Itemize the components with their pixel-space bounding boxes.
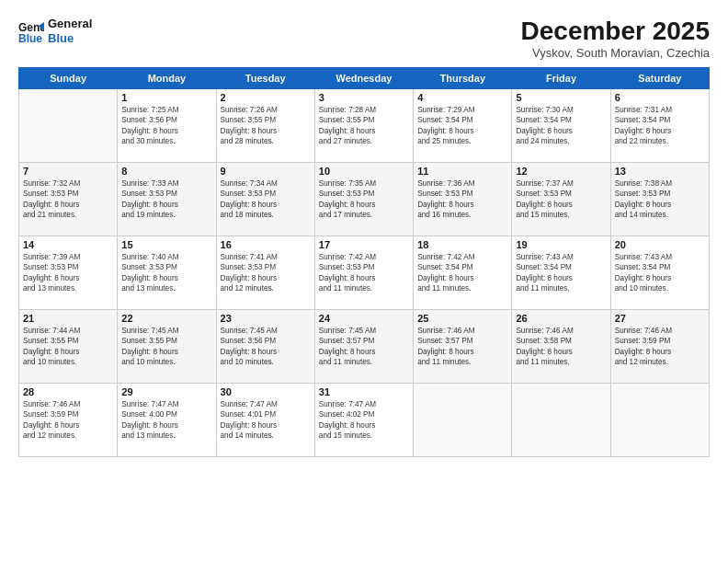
calendar-cell: 9Sunrise: 7:34 AMSunset: 3:53 PMDaylight… xyxy=(216,163,314,236)
day-info: Sunrise: 7:40 AMSunset: 3:53 PMDaylight:… xyxy=(121,252,211,294)
calendar-cell: 24Sunrise: 7:45 AMSunset: 3:57 PMDayligh… xyxy=(314,310,413,384)
day-info: Sunrise: 7:30 AMSunset: 3:54 PMDaylight:… xyxy=(516,105,606,147)
logo-icon: General Blue xyxy=(18,18,44,44)
day-number: 24 xyxy=(319,313,409,324)
day-info: Sunrise: 7:46 AMSunset: 3:58 PMDaylight:… xyxy=(516,326,606,368)
calendar-cell: 20Sunrise: 7:43 AMSunset: 3:54 PMDayligh… xyxy=(610,236,709,310)
month-title: December 2025 xyxy=(521,17,710,46)
calendar-cell: 14Sunrise: 7:39 AMSunset: 3:53 PMDayligh… xyxy=(19,236,118,310)
calendar-cell: 13Sunrise: 7:38 AMSunset: 3:53 PMDayligh… xyxy=(610,163,709,236)
col-saturday: Saturday xyxy=(610,68,709,89)
calendar-cell: 31Sunrise: 7:47 AMSunset: 4:02 PMDayligh… xyxy=(314,384,413,457)
day-info: Sunrise: 7:41 AMSunset: 3:53 PMDaylight:… xyxy=(221,252,311,294)
day-number: 20 xyxy=(615,239,705,250)
calendar-cell: 8Sunrise: 7:33 AMSunset: 3:53 PMDaylight… xyxy=(118,163,216,236)
day-number: 15 xyxy=(121,239,211,250)
calendar-week-4: 21Sunrise: 7:44 AMSunset: 3:55 PMDayligh… xyxy=(19,310,710,384)
logo: General Blue General Blue xyxy=(18,17,92,45)
day-number: 16 xyxy=(221,239,311,250)
day-number: 7 xyxy=(23,166,113,177)
day-number: 12 xyxy=(516,166,606,177)
day-info: Sunrise: 7:26 AMSunset: 3:55 PMDaylight:… xyxy=(221,105,311,147)
day-number: 3 xyxy=(319,92,409,103)
calendar-cell: 16Sunrise: 7:41 AMSunset: 3:53 PMDayligh… xyxy=(216,236,314,310)
calendar-week-1: 1Sunrise: 7:25 AMSunset: 3:56 PMDaylight… xyxy=(19,89,710,163)
calendar-cell: 6Sunrise: 7:31 AMSunset: 3:54 PMDaylight… xyxy=(610,89,709,163)
location-subtitle: Vyskov, South Moravian, Czechia xyxy=(521,46,710,60)
day-number: 10 xyxy=(319,166,409,177)
calendar-cell: 5Sunrise: 7:30 AMSunset: 3:54 PMDaylight… xyxy=(512,89,610,163)
calendar-cell xyxy=(19,89,118,163)
day-info: Sunrise: 7:25 AMSunset: 3:56 PMDaylight:… xyxy=(121,105,211,147)
calendar-cell: 19Sunrise: 7:43 AMSunset: 3:54 PMDayligh… xyxy=(512,236,610,310)
day-number: 31 xyxy=(319,386,409,397)
day-info: Sunrise: 7:39 AMSunset: 3:53 PMDaylight:… xyxy=(23,252,113,294)
calendar-cell: 12Sunrise: 7:37 AMSunset: 3:53 PMDayligh… xyxy=(512,163,610,236)
calendar-week-5: 28Sunrise: 7:46 AMSunset: 3:59 PMDayligh… xyxy=(19,384,710,457)
day-number: 30 xyxy=(221,386,311,397)
calendar-cell xyxy=(414,384,512,457)
page: General Blue General Blue December 2025 … xyxy=(0,0,728,563)
calendar-table: Sunday Monday Tuesday Wednesday Thursday… xyxy=(18,67,710,457)
day-number: 2 xyxy=(221,92,311,103)
day-info: Sunrise: 7:44 AMSunset: 3:55 PMDaylight:… xyxy=(23,326,113,368)
day-number: 9 xyxy=(221,166,311,177)
calendar-cell: 28Sunrise: 7:46 AMSunset: 3:59 PMDayligh… xyxy=(19,384,118,457)
day-info: Sunrise: 7:45 AMSunset: 3:55 PMDaylight:… xyxy=(121,326,211,368)
day-number: 11 xyxy=(417,166,507,177)
calendar-cell: 7Sunrise: 7:32 AMSunset: 3:53 PMDaylight… xyxy=(19,163,118,236)
calendar-cell: 18Sunrise: 7:42 AMSunset: 3:54 PMDayligh… xyxy=(414,236,512,310)
calendar-cell: 2Sunrise: 7:26 AMSunset: 3:55 PMDaylight… xyxy=(216,89,314,163)
day-number: 28 xyxy=(23,386,113,397)
calendar-cell: 23Sunrise: 7:45 AMSunset: 3:56 PMDayligh… xyxy=(216,310,314,384)
day-info: Sunrise: 7:46 AMSunset: 3:59 PMDaylight:… xyxy=(23,399,113,442)
day-info: Sunrise: 7:35 AMSunset: 3:53 PMDaylight:… xyxy=(319,178,409,221)
day-number: 23 xyxy=(221,313,311,324)
day-info: Sunrise: 7:38 AMSunset: 3:53 PMDaylight:… xyxy=(615,178,705,221)
day-number: 14 xyxy=(23,239,113,250)
day-info: Sunrise: 7:42 AMSunset: 3:54 PMDaylight:… xyxy=(417,252,507,294)
day-number: 18 xyxy=(417,239,507,250)
day-number: 29 xyxy=(121,386,211,397)
day-number: 13 xyxy=(615,166,705,177)
calendar-cell: 21Sunrise: 7:44 AMSunset: 3:55 PMDayligh… xyxy=(19,310,118,384)
day-number: 4 xyxy=(417,92,507,103)
day-number: 1 xyxy=(121,92,211,103)
calendar-week-2: 7Sunrise: 7:32 AMSunset: 3:53 PMDaylight… xyxy=(19,163,710,236)
col-thursday: Thursday xyxy=(414,68,512,89)
logo-text-blue: Blue xyxy=(48,31,92,46)
day-info: Sunrise: 7:45 AMSunset: 3:56 PMDaylight:… xyxy=(221,326,311,368)
calendar-cell: 1Sunrise: 7:25 AMSunset: 3:56 PMDaylight… xyxy=(118,89,216,163)
calendar-cell: 15Sunrise: 7:40 AMSunset: 3:53 PMDayligh… xyxy=(118,236,216,310)
day-info: Sunrise: 7:36 AMSunset: 3:53 PMDaylight:… xyxy=(417,178,507,221)
day-info: Sunrise: 7:46 AMSunset: 3:57 PMDaylight:… xyxy=(417,326,507,368)
header: General Blue General Blue December 2025 … xyxy=(18,17,710,60)
day-info: Sunrise: 7:43 AMSunset: 3:54 PMDaylight:… xyxy=(615,252,705,294)
logo-text-general: General xyxy=(48,17,92,31)
day-number: 27 xyxy=(615,313,705,324)
day-info: Sunrise: 7:42 AMSunset: 3:53 PMDaylight:… xyxy=(319,252,409,294)
calendar-cell xyxy=(610,384,709,457)
day-info: Sunrise: 7:47 AMSunset: 4:02 PMDaylight:… xyxy=(319,399,409,442)
calendar-cell: 10Sunrise: 7:35 AMSunset: 3:53 PMDayligh… xyxy=(314,163,413,236)
day-number: 25 xyxy=(417,313,507,324)
day-number: 5 xyxy=(516,92,606,103)
calendar-cell: 29Sunrise: 7:47 AMSunset: 4:00 PMDayligh… xyxy=(118,384,216,457)
calendar-cell xyxy=(512,384,610,457)
day-info: Sunrise: 7:47 AMSunset: 4:00 PMDaylight:… xyxy=(121,399,211,442)
day-info: Sunrise: 7:32 AMSunset: 3:53 PMDaylight:… xyxy=(23,178,113,221)
day-number: 26 xyxy=(516,313,606,324)
calendar-cell: 26Sunrise: 7:46 AMSunset: 3:58 PMDayligh… xyxy=(512,310,610,384)
col-wednesday: Wednesday xyxy=(314,68,413,89)
day-info: Sunrise: 7:34 AMSunset: 3:53 PMDaylight:… xyxy=(221,178,311,221)
calendar-cell: 4Sunrise: 7:29 AMSunset: 3:54 PMDaylight… xyxy=(414,89,512,163)
day-info: Sunrise: 7:37 AMSunset: 3:53 PMDaylight:… xyxy=(516,178,606,221)
col-sunday: Sunday xyxy=(19,68,118,89)
day-number: 17 xyxy=(319,239,409,250)
day-info: Sunrise: 7:43 AMSunset: 3:54 PMDaylight:… xyxy=(516,252,606,294)
calendar-cell: 30Sunrise: 7:47 AMSunset: 4:01 PMDayligh… xyxy=(216,384,314,457)
col-tuesday: Tuesday xyxy=(216,68,314,89)
calendar-cell: 11Sunrise: 7:36 AMSunset: 3:53 PMDayligh… xyxy=(414,163,512,236)
svg-text:Blue: Blue xyxy=(18,32,42,44)
calendar-cell: 22Sunrise: 7:45 AMSunset: 3:55 PMDayligh… xyxy=(118,310,216,384)
